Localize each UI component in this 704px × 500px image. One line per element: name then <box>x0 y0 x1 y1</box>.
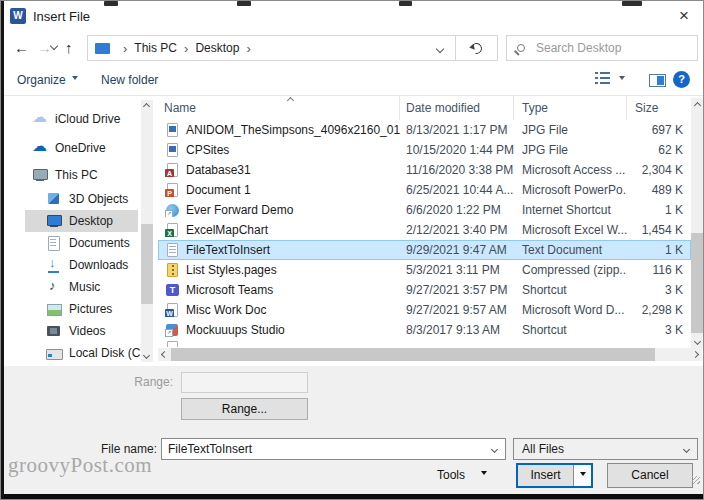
file-row-document-1[interactable]: Document 1 6/25/2021 10:44 A... Microsof… <box>158 180 691 200</box>
file-type: Microsoft PowerPo... <box>514 183 627 197</box>
change-view-button[interactable] <box>595 72 625 86</box>
vertical-scrollbar[interactable] <box>691 98 704 348</box>
file-list: Name Date modified Type Size ANIDOM_TheS… <box>158 96 704 366</box>
refresh-button[interactable] <box>456 35 498 61</box>
file-row-ever-forward-demo[interactable]: Ever Forward Demo 6/6/2020 1:22 PM Inter… <box>158 200 691 220</box>
breadcrumb-separator: › <box>123 41 127 56</box>
column-header-size[interactable]: Size <box>627 96 691 120</box>
sidebar-item-pictures[interactable]: Pictures <box>25 298 138 320</box>
resize-grip[interactable] <box>692 476 700 484</box>
new-folder-button[interactable]: New folder <box>101 65 158 95</box>
navigation-bar: ← → ↑ › This PC › Desktop › <box>1 31 704 65</box>
vertical-scrollbar-thumb[interactable] <box>691 233 704 333</box>
breadcrumb-separator: › <box>184 41 188 56</box>
breadcrumb[interactable]: › This PC › Desktop › <box>87 35 456 61</box>
scroll-right-icon[interactable] <box>692 351 699 358</box>
file-size: 3 K <box>627 323 691 337</box>
file-name: Document 1 <box>186 183 251 197</box>
file-date-modified: 11/16/2020 3:38 PM <box>400 163 514 177</box>
file-row-anidom-thesimpsons-4096x2160-01[interactable]: ANIDOM_TheSimpsons_4096x2160_01 8/13/202… <box>158 120 691 140</box>
forward-icon: → <box>37 38 52 58</box>
tools-label: Tools <box>437 468 465 482</box>
back-icon[interactable]: ← <box>14 38 29 58</box>
dropdown-triangle-icon <box>580 472 586 479</box>
file-row-cpsites[interactable]: CPSites 10/15/2020 1:44 PM JPG File 62 K <box>158 140 691 160</box>
up-icon[interactable]: ↑ <box>65 38 73 58</box>
search-input[interactable] <box>534 40 674 56</box>
downloads-icon <box>46 257 63 273</box>
help-icon[interactable]: ? <box>673 71 690 88</box>
file-name-input[interactable] <box>162 441 492 457</box>
tools-button[interactable]: Tools <box>437 463 487 488</box>
breadcrumb-desktop[interactable]: Desktop <box>195 41 239 55</box>
column-header-date-modified[interactable]: Date modified <box>400 96 514 120</box>
file-row-list-styles-pages[interactable]: List Styles.pages 5/3/2021 3:11 PM Compr… <box>158 260 691 280</box>
file-row-microsoft-teams[interactable]: Microsoft Teams 9/27/2021 3:57 PM Shortc… <box>158 280 691 300</box>
sidebar-scrollbar-thumb[interactable] <box>141 224 153 304</box>
access-file-icon <box>167 163 178 177</box>
sidebar-item-music[interactable]: Music <box>25 276 138 298</box>
scroll-left-icon[interactable] <box>161 351 168 358</box>
scroll-up-icon[interactable] <box>694 102 701 109</box>
preview-pane-icon[interactable] <box>649 74 666 87</box>
file-size: 1,454 K <box>627 223 691 237</box>
file-size: 1 K <box>627 243 691 257</box>
excel-file-icon <box>167 223 178 237</box>
scroll-up-icon[interactable] <box>143 103 150 110</box>
range-button[interactable]: Range... <box>181 398 308 420</box>
file-type-select[interactable]: All Files <box>513 438 698 460</box>
disk-icon <box>46 345 63 361</box>
partial-file-row[interactable] <box>158 340 691 347</box>
horizontal-scrollbar[interactable] <box>158 348 702 361</box>
insert-button[interactable]: Insert <box>516 463 593 488</box>
chevron-down-icon[interactable] <box>491 445 498 452</box>
command-bar: Organize New folder ? <box>1 65 704 96</box>
column-header-type[interactable]: Type <box>514 96 627 120</box>
scroll-down-icon[interactable] <box>143 352 150 359</box>
range-field <box>181 372 308 393</box>
desktop-icon <box>46 213 63 229</box>
sidebar-item-downloads[interactable]: Downloads <box>25 254 138 276</box>
sidebar-item-icloud-drive[interactable]: iCloud Drive <box>25 108 138 130</box>
sidebar-item-local-disk-c[interactable]: Local Disk (C:) <box>25 342 138 364</box>
sidebar-item-videos[interactable]: Videos <box>25 320 138 342</box>
file-row-mockuuups-studio[interactable]: Mockuuups Studio 8/3/2017 9:13 AM Shortc… <box>158 320 691 340</box>
insert-label[interactable]: Insert <box>518 465 573 486</box>
column-header-name[interactable]: Name <box>158 96 400 120</box>
sidebar-scrollbar[interactable] <box>141 100 153 362</box>
file-row-excelmapchart[interactable]: ExcelMapChart 2/12/2021 3:40 PM Microsof… <box>158 220 691 240</box>
list-view-icon <box>600 72 610 86</box>
scroll-down-icon[interactable] <box>694 338 701 345</box>
file-row-database31[interactable]: Database31 11/16/2020 3:38 PM Microsoft … <box>158 160 691 180</box>
sidebar-item-this-pc[interactable]: This PC <box>25 164 138 186</box>
file-row-filetexttoinsert[interactable]: FileTextToInsert 9/29/2021 9:47 AM Text … <box>158 240 691 260</box>
file-type: Microsoft Access ... <box>514 163 627 177</box>
horizontal-scrollbar-thumb[interactable] <box>171 348 655 361</box>
file-name-combo <box>161 438 506 460</box>
breadcrumb-this-pc[interactable]: This PC <box>134 41 177 55</box>
cancel-button[interactable]: Cancel <box>607 463 693 488</box>
word-app-icon <box>10 8 26 24</box>
address-dropdown-icon[interactable] <box>436 45 444 53</box>
organize-button[interactable]: Organize <box>17 65 78 95</box>
sidebar-item-desktop[interactable]: Desktop <box>25 210 138 232</box>
list-view-icon <box>595 72 598 86</box>
range-input <box>182 373 307 392</box>
file-name: Database31 <box>186 163 251 177</box>
file-type: Shortcut <box>514 323 627 337</box>
file-type: Microsoft Word D... <box>514 303 627 317</box>
file-date-modified: 8/13/2021 1:17 PM <box>400 123 514 137</box>
organize-label: Organize <box>17 73 66 87</box>
file-row-misc-work-doc[interactable]: Misc Work Doc 9/27/2021 9:57 AM Microsof… <box>158 300 691 320</box>
excel-file-icon <box>167 341 178 347</box>
file-date-modified: 8/3/2017 9:13 AM <box>400 323 514 337</box>
sidebar-item-documents[interactable]: Documents <box>25 232 138 254</box>
close-icon[interactable]: × <box>673 6 695 26</box>
sidebar-item-onedrive[interactable]: OneDrive <box>25 137 138 159</box>
file-type: JPG File <box>514 123 627 137</box>
sidebar-item-3d-objects[interactable]: 3D Objects <box>25 188 138 210</box>
insert-dropdown-button[interactable] <box>573 465 591 486</box>
text-file-icon <box>167 243 178 257</box>
icloud-icon <box>32 111 49 127</box>
internet-shortcut-file-icon <box>166 204 179 217</box>
